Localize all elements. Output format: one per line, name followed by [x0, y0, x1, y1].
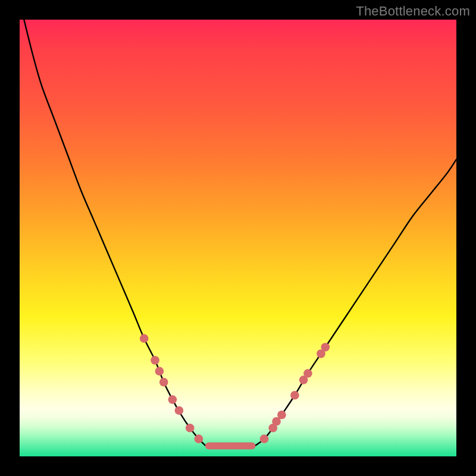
left-curve	[24, 20, 205, 446]
marker-right	[260, 434, 269, 443]
right-curve	[255, 159, 456, 446]
marker-right	[290, 391, 299, 400]
marker-left	[159, 378, 168, 387]
marker-left	[195, 434, 203, 443]
plateau-segment	[205, 443, 255, 450]
marker-left	[186, 424, 195, 433]
marker-left	[168, 395, 177, 404]
marker-left	[175, 406, 184, 415]
marker-left	[140, 334, 149, 343]
chart-svg	[20, 20, 456, 456]
plot-area	[20, 20, 456, 456]
watermark-text: TheBottleneck.com	[356, 4, 470, 19]
marker-right	[277, 411, 286, 419]
marker-left	[155, 367, 164, 376]
marker-right	[321, 343, 330, 352]
marker-right	[303, 369, 312, 378]
marker-left	[151, 356, 159, 365]
chart-stage: TheBottleneck.com	[0, 0, 476, 476]
